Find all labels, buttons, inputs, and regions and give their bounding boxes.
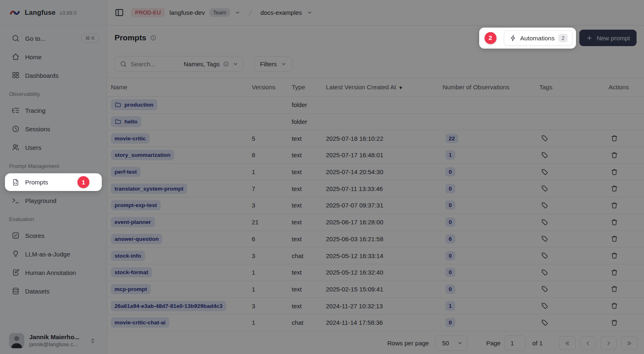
add-tag-button[interactable]	[539, 233, 550, 244]
chevron-down-icon[interactable]	[307, 9, 313, 16]
table-row[interactable]: stock-format1text2025-05-12 16:32:400	[107, 264, 644, 281]
sidebar-item-datasets[interactable]: Datasets	[5, 285, 102, 297]
column-header-versions[interactable]: Versions	[252, 84, 292, 91]
add-tag-button[interactable]	[539, 284, 550, 294]
add-tag-button[interactable]	[539, 133, 550, 144]
type-cell: text	[292, 269, 326, 276]
page-number-input[interactable]	[504, 335, 526, 351]
rows-per-page-select[interactable]: 50	[435, 335, 468, 351]
user-menu[interactable]: Jannik Maierho... jannik@langfuse.c...	[5, 328, 102, 354]
prompt-name-badge[interactable]: mcp-prompt	[111, 284, 151, 294]
pagination-bar: Rows per page 50 Page of 1	[107, 332, 644, 354]
sidebar-item-tracing[interactable]: Tracing	[5, 104, 102, 116]
prompt-name-badge[interactable]: 26a61a94-e3ab-48d7-81e0-13b929bad4c3	[111, 301, 226, 311]
created-at-cell: 2025-07-18 16:10:22	[326, 135, 443, 142]
table-row[interactable]: story_summarization8text2025-07-17 16:48…	[107, 147, 644, 164]
table-row[interactable]: 26a61a94-e3ab-48d7-81e0-13b929bad4c33tex…	[107, 298, 644, 314]
sidebar-item-playground[interactable]: Playground	[5, 194, 102, 207]
prompt-name: 26a61a94-e3ab-48d7-81e0-13b929bad4c3	[115, 303, 222, 309]
actions-cell	[609, 300, 644, 311]
add-tag-button[interactable]	[539, 217, 550, 228]
folder-badge[interactable]: hello	[111, 116, 141, 127]
table-row[interactable]: productionfolder	[107, 97, 644, 114]
delete-prompt-button[interactable]	[609, 150, 620, 161]
sidebar-item-users[interactable]: Users	[5, 141, 102, 154]
app-window: Langfuse v3.89.0 Go to... ⌘ K HomeDashbo…	[0, 0, 644, 354]
breadcrumb-org[interactable]: langfuse-dev	[169, 9, 205, 16]
folder-badge[interactable]: production	[111, 99, 157, 110]
last-page-button[interactable]	[621, 336, 637, 350]
sidebar-item-llm-as-a-judge[interactable]: LLM-as-a-Judge	[5, 248, 102, 260]
table-row[interactable]: translator_system-prompt7text2025-07-11 …	[107, 180, 644, 197]
sidebar-item-human-annotation[interactable]: Human Annotation	[5, 266, 102, 279]
delete-prompt-button[interactable]	[609, 317, 620, 328]
add-tag-button[interactable]	[539, 300, 550, 311]
sidebar-item-scores[interactable]: Scores	[5, 229, 102, 242]
delete-prompt-button[interactable]	[609, 183, 620, 194]
table-row[interactable]: movie-critic-chat-ai1chat2024-11-14 17:5…	[107, 314, 644, 331]
goto-search-button[interactable]: Go to... ⌘ K	[5, 32, 102, 44]
table-row[interactable]: event-planner21text2025-06-17 16:28:000	[107, 214, 644, 231]
table-row[interactable]: movie-critic5text2025-07-18 16:10:2222	[107, 130, 644, 147]
delete-prompt-button[interactable]	[609, 133, 620, 144]
trash-icon	[611, 302, 618, 310]
delete-prompt-button[interactable]	[609, 233, 620, 244]
add-tag-button[interactable]	[539, 267, 550, 278]
table-row[interactable]: prompt-exp-test3text2025-07-07 09:37:310	[107, 197, 644, 214]
delete-prompt-button[interactable]	[609, 217, 620, 228]
sidebar-item-home[interactable]: Home	[5, 51, 102, 63]
search-scope-dropdown[interactable]: Names, Tags	[184, 61, 239, 68]
prompt-name-badge[interactable]: stock-info	[111, 251, 145, 261]
add-tag-button[interactable]	[539, 250, 550, 261]
add-tag-button[interactable]	[539, 150, 550, 161]
delete-prompt-button[interactable]	[609, 300, 620, 311]
add-tag-button[interactable]	[539, 183, 550, 194]
column-header-tags[interactable]: Tags	[539, 84, 609, 91]
sidebar-item-dashboards[interactable]: Dashboards	[5, 69, 102, 82]
breadcrumb-project[interactable]: docs-examples	[260, 9, 302, 16]
delete-prompt-button[interactable]	[609, 284, 620, 294]
delete-prompt-button[interactable]	[609, 200, 620, 211]
sidebar-toggle-icon[interactable]	[115, 8, 124, 17]
sidebar-items: HomeDashboardsObservabilityTracingSessio…	[5, 51, 102, 303]
chevrons-right-icon	[626, 340, 632, 347]
delete-prompt-button[interactable]	[609, 250, 620, 261]
first-page-button[interactable]	[559, 336, 576, 350]
table-row[interactable]: answer-question6text2025-06-03 16:21:586	[107, 231, 644, 248]
filters-button[interactable]: Filters	[254, 56, 293, 72]
automations-button[interactable]: Automations 2	[504, 30, 573, 46]
search-input[interactable]	[131, 61, 180, 68]
column-header-name[interactable]: Name	[107, 84, 252, 91]
sidebar-item-sessions[interactable]: Sessions	[5, 123, 102, 135]
delete-prompt-button[interactable]	[609, 267, 620, 278]
table-row[interactable]: hellofolder	[107, 114, 644, 130]
previous-page-button[interactable]	[580, 336, 596, 350]
new-prompt-button[interactable]: New prompt	[579, 30, 637, 46]
add-tag-button[interactable]	[539, 200, 550, 211]
table-row[interactable]: stock-info3chat2025-05-12 16:33:140	[107, 247, 644, 264]
delete-prompt-button[interactable]	[609, 167, 620, 177]
column-header-created-at[interactable]: Latest Version Created At▼	[326, 84, 443, 91]
prompt-name-badge[interactable]: translator_system-prompt	[111, 184, 187, 194]
sidebar-item-prompts[interactable]: Prompts1	[5, 173, 102, 191]
column-header-type[interactable]: Type	[292, 84, 326, 91]
table-row[interactable]: perf-test1text2025-07-14 20:54:300	[107, 164, 644, 181]
column-header-observations[interactable]: Number of Observations	[443, 84, 539, 91]
chevron-down-icon[interactable]	[234, 9, 241, 16]
prompt-name-badge[interactable]: movie-critic	[111, 133, 150, 144]
actions-cell	[609, 317, 644, 328]
prompt-name-badge[interactable]: event-planner	[111, 217, 155, 227]
info-icon[interactable]	[150, 35, 157, 41]
prompt-name-badge[interactable]: movie-critic-chat-ai	[111, 317, 169, 328]
prompt-name-badge[interactable]: perf-test	[111, 167, 141, 177]
add-tag-button[interactable]	[539, 317, 550, 328]
prompt-name-badge[interactable]: stock-format	[111, 267, 152, 277]
prompt-name-badge[interactable]: story_summarization	[111, 150, 174, 160]
prompt-name-badge[interactable]: answer-question	[111, 234, 162, 244]
add-tag-button[interactable]	[539, 167, 550, 177]
prompt-name-badge[interactable]: prompt-exp-test	[111, 200, 161, 210]
versions-cell: 7	[252, 185, 292, 192]
table-row[interactable]: mcp-prompt1text2025-02-15 15:09:410	[107, 281, 644, 298]
next-page-button[interactable]	[600, 336, 617, 350]
sidebar-item-label: Home	[25, 54, 42, 61]
